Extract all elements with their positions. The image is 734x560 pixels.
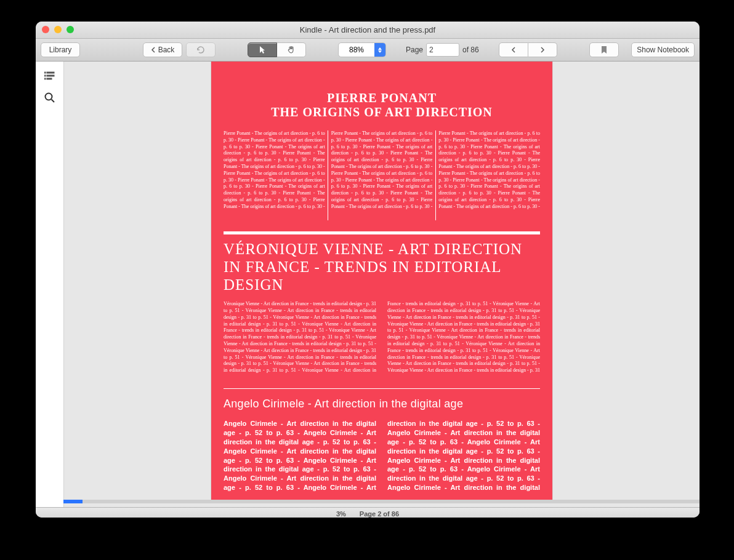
zoom-window-button[interactable] [67, 26, 74, 33]
refresh-icon [196, 46, 205, 54]
pointer-tool-button[interactable] [248, 42, 277, 57]
refresh-button[interactable] [186, 42, 216, 57]
window-title: Kindle - Art direction and the press.pdf [36, 22, 700, 38]
bookmark-icon [601, 46, 607, 54]
chevron-left-icon [151, 47, 156, 53]
zoom-control[interactable]: 88% [338, 42, 386, 57]
section1-body: Pierre Ponant - The origins of art direc… [224, 130, 540, 220]
zoom-stepper[interactable] [374, 43, 385, 57]
svg-point-6 [45, 94, 52, 100]
library-button[interactable]: Library [41, 42, 80, 57]
search-icon [44, 92, 55, 103]
bookmark-button[interactable] [589, 42, 619, 57]
back-label: Back [158, 46, 175, 54]
close-window-button[interactable] [42, 26, 49, 33]
hand-tool-button[interactable] [277, 42, 306, 57]
section1-title: The origins of art direction [224, 105, 540, 119]
window-controls [42, 26, 74, 33]
progress-fill [63, 500, 83, 503]
page-nav-segment [499, 42, 557, 57]
section1-author: Pierre Ponant [224, 91, 540, 105]
progress-bar[interactable] [63, 500, 700, 503]
svg-rect-0 [44, 72, 46, 73]
toc-icon [44, 71, 55, 80]
section2-title: VÉRONIQUE VIENNE - ART DIRECTION IN FRAN… [224, 241, 540, 294]
reader-body: Pierre Ponant The origins of art directi… [36, 62, 700, 507]
app-window: Kindle - Art direction and the press.pdf… [36, 22, 700, 518]
caret-up-icon [378, 47, 382, 50]
page-viewer[interactable]: Pierre Ponant The origins of art directi… [64, 62, 700, 507]
zoom-value: 88% [339, 46, 374, 54]
divider [224, 388, 540, 389]
chevron-right-icon [540, 47, 545, 53]
minimize-window-button[interactable] [54, 26, 62, 33]
section3-body: Angelo Cirimele - Art direction in the d… [224, 419, 540, 495]
section3-title: Angelo Cirimele - Art direction in the d… [224, 398, 540, 410]
svg-rect-4 [44, 78, 46, 79]
svg-rect-1 [47, 72, 54, 73]
svg-rect-3 [47, 75, 54, 76]
toc-button[interactable] [44, 71, 55, 80]
chevron-left-icon [511, 47, 516, 53]
back-button[interactable]: Back [143, 42, 182, 57]
tool-mode-segment [248, 42, 306, 57]
hand-icon [287, 46, 296, 54]
statusbar: 3% Page 2 of 86 [36, 507, 700, 518]
caret-down-icon [378, 50, 382, 53]
next-page-button[interactable] [528, 42, 557, 57]
sidebar [36, 62, 64, 507]
show-notebook-button[interactable]: Show Notebook [631, 42, 695, 57]
pointer-icon [259, 46, 266, 54]
search-button[interactable] [44, 92, 55, 103]
svg-rect-2 [44, 75, 46, 76]
divider [224, 231, 540, 234]
status-page: Page 2 of 86 [360, 510, 399, 518]
page-total: of 86 [462, 46, 479, 54]
toolbar: Library Back [36, 39, 700, 62]
prev-page-button[interactable] [499, 42, 528, 57]
status-percent: 3% [336, 510, 346, 518]
page-control: Page 2 of 86 [406, 43, 479, 57]
section2-body: Véronique Vienne - Art direction in Fran… [224, 301, 540, 377]
page-label: Page [406, 46, 423, 54]
svg-rect-5 [47, 78, 52, 79]
titlebar: Kindle - Art direction and the press.pdf [36, 22, 700, 39]
document-page: Pierre Ponant The origins of art directi… [211, 62, 552, 501]
page-input[interactable]: 2 [426, 43, 459, 57]
